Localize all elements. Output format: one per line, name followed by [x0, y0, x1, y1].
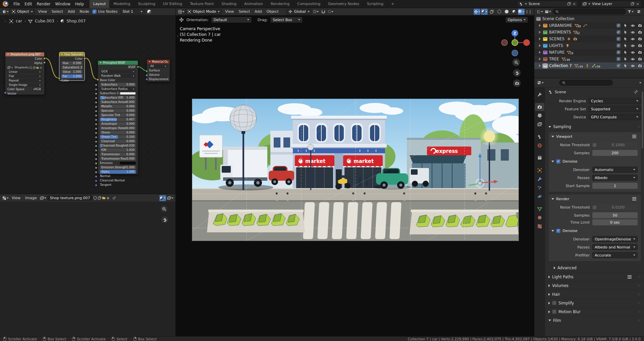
viewport-menu-object[interactable]: Object — [264, 9, 281, 14]
bsdf-vector-subsurface-radius[interactable]: Subsurface Radius — [100, 87, 136, 91]
source-dropdown[interactable]: Single Image — [7, 83, 42, 87]
orientation-dropdown[interactable]: Default — [211, 17, 252, 23]
render-visibility-icon[interactable] — [638, 23, 642, 27]
open-image-icon[interactable] — [36, 66, 39, 69]
socket-clearcoat-normal[interactable] — [95, 180, 97, 182]
workspace-tab-uv-editing[interactable]: UV Editing — [159, 0, 186, 8]
socket-subsurface-color[interactable] — [95, 93, 97, 95]
outliner-row-nature[interactable]: NATURE16✓ — [534, 49, 644, 56]
transform-orientation-dropdown[interactable]: Global — [286, 9, 312, 15]
socket-clearcoat-roughness[interactable] — [95, 145, 97, 147]
editor-type-button[interactable] — [2, 195, 9, 201]
overlays-toggle[interactable] — [481, 9, 488, 15]
open-image-icon[interactable] — [102, 196, 106, 200]
section-checkbox[interactable] — [552, 309, 556, 314]
render-visibility-icon[interactable] — [638, 57, 642, 61]
viewport-3d[interactable]: Object Mode ViewSelectAddObject Global ❘… — [176, 8, 534, 336]
viewport-menu-add[interactable]: Add — [252, 9, 264, 14]
editor-type-button[interactable] — [536, 9, 543, 15]
outliner-row-urbanisme[interactable]: URBANISME49✓ — [534, 22, 644, 29]
material-preview-icon[interactable] — [147, 9, 152, 14]
properties-tab-world[interactable] — [535, 141, 544, 150]
workspace-tab-shading[interactable]: Shading — [218, 0, 240, 8]
bsdf-slider-emission-strength[interactable]: Emission Strength1.000 — [100, 166, 136, 169]
pan-hand-icon[interactable] — [161, 216, 169, 224]
outliner-row-batiments[interactable]: BATIMENTS62✓ — [534, 29, 644, 36]
interpolation-dropdown[interactable]: Linear — [7, 70, 42, 74]
field-device[interactable]: GPU Compute — [589, 114, 641, 120]
outliner-row-lights[interactable]: LIGHTS✓ — [534, 42, 644, 49]
display-mode-button[interactable] — [544, 9, 551, 15]
pin-icon[interactable] — [634, 90, 638, 94]
prefilter-dropdown[interactable]: Accurate — [592, 252, 638, 258]
socket-alpha[interactable] — [95, 171, 97, 173]
render-visibility-icon[interactable] — [638, 50, 642, 54]
properties-tab-tool[interactable] — [535, 91, 544, 99]
render-samples-field[interactable]: 50 — [592, 212, 638, 218]
socket-color-out[interactable] — [43, 57, 46, 60]
pause-render-button[interactable]: ❘❘ — [525, 9, 532, 15]
hsv-slider-hue[interactable]: Hue0.500 — [61, 61, 83, 65]
node-header[interactable]: Shoptexture.png.007 — [5, 52, 44, 56]
socket-specular-tint[interactable] — [95, 114, 97, 117]
properties-tab-output[interactable] — [535, 112, 544, 120]
breadcrumb-object[interactable]: car — [16, 19, 22, 23]
exclude-checkbox[interactable]: ✓ — [616, 50, 621, 54]
viewport-denoiser-dropdown[interactable]: Automatic — [592, 167, 638, 173]
bsdf-slider-subsurface[interactable]: Subsurface0.000 — [100, 83, 136, 87]
workspace-tab-modeling[interactable]: Modeling — [110, 0, 134, 8]
bsdf-slider-subsurface-ior[interactable]: Subsurface IOR1.400 — [100, 96, 136, 100]
bsdf-color-emission[interactable]: Emission — [100, 161, 136, 165]
menu-render[interactable]: Render — [35, 1, 53, 7]
bsdf-slider-transmission[interactable]: Transmission0.000 — [100, 153, 136, 156]
selectable-icon[interactable] — [624, 64, 628, 68]
workspace-tab-geometry-nodes[interactable]: Geometry Nodes — [324, 0, 363, 8]
section-checkbox[interactable] — [552, 301, 556, 305]
eye-icon[interactable] — [631, 50, 635, 55]
exclude-checkbox[interactable]: ✓ — [616, 30, 621, 34]
selectable-icon[interactable] — [624, 37, 628, 41]
image-selector[interactable]: Shoptexture.png.0.. — [7, 66, 42, 69]
socket-vector-in[interactable] — [4, 92, 6, 94]
render-visibility-icon[interactable] — [638, 44, 642, 48]
socket-clearcoat[interactable] — [95, 140, 97, 143]
workspace-tab-texture-paint[interactable]: Texture Paint — [186, 0, 218, 8]
zoom-icon[interactable] — [160, 205, 168, 213]
bsdf-slider-anisotropic[interactable]: Anisotropic0.000 — [100, 122, 136, 126]
socket-roughness[interactable] — [95, 119, 97, 121]
eye-icon[interactable] — [631, 37, 635, 41]
socket-bsdf-out[interactable] — [137, 66, 139, 68]
bsdf-slider-metallic[interactable]: Metallic0.000 — [100, 105, 136, 108]
disclosure-icon[interactable] — [539, 31, 541, 34]
bsdf-slider-clearcoat[interactable]: Clearcoat0.000 — [100, 139, 136, 143]
exclude-checkbox[interactable]: ✓ — [616, 64, 621, 68]
image-name[interactable]: Shop texture.png.007 — [47, 195, 93, 201]
selectable-icon[interactable] — [624, 30, 628, 34]
camera-frame[interactable]: market market express — [192, 99, 519, 241]
node-header[interactable]: Hue Saturation Value — [59, 52, 85, 56]
toolbar-expand-icon[interactable]: › — [177, 34, 178, 38]
section-light-paths[interactable]: Light Paths∷ — [545, 272, 644, 281]
bsdf-slider-transmission-roughness[interactable]: Transmission Roughness0.000 — [100, 157, 136, 161]
drag-dropdown[interactable]: Select Box — [270, 17, 303, 23]
new-view-layer-icon[interactable] — [631, 2, 634, 6]
editor-type-button[interactable] — [2, 9, 9, 15]
toolbar-expand-icon[interactable]: › — [5, 19, 6, 23]
properties-tab-data[interactable] — [535, 205, 544, 213]
socket-sheen[interactable] — [95, 132, 97, 134]
image-menu-image[interactable]: Image — [23, 195, 39, 201]
eye-icon[interactable] — [631, 30, 635, 35]
properties-search-input[interactable] — [559, 80, 613, 86]
socket-subsurface-anisotropy[interactable] — [95, 101, 97, 104]
gizmos-toggle[interactable] — [474, 9, 480, 15]
bsdf-slider-specular[interactable]: Specular0.000 — [100, 109, 136, 113]
render-denoise-header[interactable]: ✓Denoise — [549, 227, 641, 234]
disclosure-icon[interactable] — [539, 58, 541, 60]
bsdf-slider-sheen[interactable]: Sheen0.000 — [100, 131, 136, 134]
workspace-tab-compositing[interactable]: Compositing — [293, 0, 324, 8]
shader-menu-node[interactable]: Node — [77, 9, 92, 14]
breadcrumb-scene[interactable]: Scene — [555, 90, 566, 94]
render-visibility-icon[interactable] — [638, 64, 642, 68]
close-icon[interactable] — [636, 2, 639, 6]
outliner-row-scenes[interactable]: SCENES✓ — [534, 36, 644, 42]
